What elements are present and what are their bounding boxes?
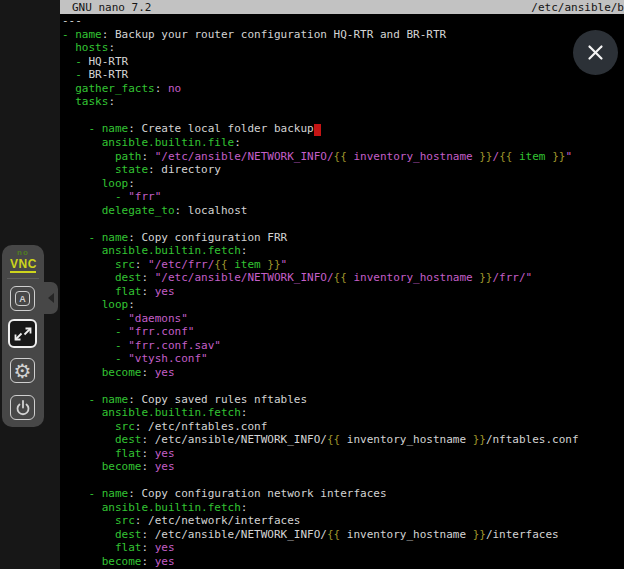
extra-keys-button[interactable]: A [10,286,35,311]
code-line: flat: yes [62,541,624,555]
code-line [62,474,624,488]
code-line: flat: yes [62,285,624,299]
code-line: - name: Backup your router configuration… [62,28,624,42]
code-line: - "frr" [62,190,624,204]
code-line: loop: [62,298,624,312]
code-line: become: yes [62,460,624,474]
code-line: become: yes [62,555,624,569]
code-line: hosts: [62,41,624,55]
code-line: dest: /etc/ansible/NETWORK_INFO/{{ inven… [62,433,624,447]
code-line: dest: /etc/ansible/NETWORK_INFO/{{ inven… [62,528,624,542]
code-line: - name: Copy configuration FRR [62,231,624,245]
terminal-window: GNU nano 7.2 /etc/ansible/b ---- name: B… [60,0,624,569]
code-line: - name: Copy configuration network inter… [62,487,624,501]
code-line: loop: [62,177,624,191]
code-line [62,109,624,123]
gear-icon: ⚙ [14,361,32,381]
code-line [62,217,624,231]
code-line: - "frr.conf.sav" [62,339,624,353]
code-line: state: directory [62,163,624,177]
code-line: - name: Copy saved rules nftables [62,393,624,407]
code-area[interactable]: ---- name: Backup your router configurat… [60,14,624,568]
chevron-left-icon [48,293,54,303]
screen: no VNC A ⚙ [0,0,624,569]
panel-divider [7,278,39,279]
text-cursor [314,124,321,136]
code-line: src: /etc/network/interfaces [62,514,624,528]
code-line: become: yes [62,366,624,380]
code-line: flat: yes [62,447,624,461]
control-bar-handle[interactable] [44,282,58,314]
novnc-panel: no VNC A ⚙ [2,245,44,427]
settings-button[interactable]: ⚙ [10,358,35,383]
close-button[interactable] [573,30,618,75]
novnc-control-strip: no VNC A ⚙ [0,0,60,569]
code-line: --- [62,14,624,28]
novnc-logo: no VNC [2,249,44,273]
code-line: - "daemons" [62,312,624,326]
file-path: /etc/ansible/b [531,1,624,14]
code-line: delegate_to: localhost [62,204,624,218]
fullscreen-icon [13,324,33,344]
code-line: path: "/etc/ansible/NETWORK_INFO/{{ inve… [62,150,624,164]
code-line: - BR-RTR [62,68,624,82]
novnc-logo-no: no [2,249,44,257]
power-button[interactable] [10,395,35,420]
code-line: ansible.builtin.fetch: [62,501,624,515]
fullscreen-button[interactable] [8,319,37,348]
novnc-logo-vnc: VNC [10,258,36,273]
code-line: tasks: [62,95,624,109]
code-line [62,379,624,393]
nano-titlebar: GNU nano 7.2 /etc/ansible/b [60,0,624,14]
code-line: - HQ-RTR [62,55,624,69]
code-line: - "vtysh.conf" [62,352,624,366]
power-icon [13,398,33,418]
code-line: - "frr.conf" [62,325,624,339]
code-line: - name: Create local folder backup [62,122,624,136]
code-line: ansible.builtin.fetch: [62,406,624,420]
code-line: ansible.builtin.file: [62,136,624,150]
code-line: gather_facts: no [62,82,624,96]
app-title: GNU nano 7.2 [72,1,151,14]
code-line: src: /etc/nftables.conf [62,420,624,434]
code-line: ansible.builtin.fetch: [62,244,624,258]
keyboard-a-icon: A [15,291,30,306]
close-icon [587,44,604,61]
code-line: dest: "/etc/ansible/NETWORK_INFO/{{ inve… [62,271,624,285]
code-line: src: "/etc/frr/{{ item }}" [62,258,624,272]
